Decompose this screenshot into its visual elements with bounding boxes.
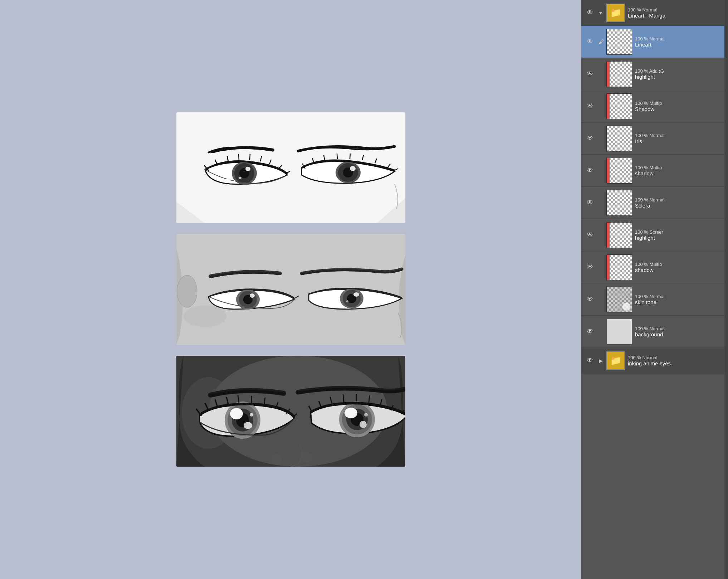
folder-bottom-name: inking anime eyes — [628, 360, 723, 366]
layer-skin-tone[interactable]: 👁 100 % Normal skin tone — [581, 283, 728, 316]
svg-point-52 — [244, 422, 252, 429]
red-bar-shadow2 — [607, 158, 610, 183]
svg-point-32 — [177, 275, 197, 307]
svg-point-70 — [364, 413, 368, 417]
visibility-icon-folder-top[interactable]: 👁 — [583, 9, 596, 16]
layer-iris[interactable]: 👁 100 % Normal Iris — [581, 122, 728, 155]
artwork-panel-2 — [176, 234, 405, 345]
folder-top-name: Lineart - Manga — [628, 13, 723, 19]
layer-shadow3[interactable]: 👁 100 % Multip shadow — [581, 251, 728, 283]
svg-point-53 — [250, 413, 253, 417]
highlight-blend: 100 % Add (G — [635, 68, 723, 74]
shadow3-name: shadow — [635, 267, 723, 273]
artwork-panel-1 — [176, 112, 405, 223]
visibility-shadow1[interactable]: 👁 — [583, 102, 596, 110]
svg-point-68 — [345, 408, 357, 418]
svg-point-51 — [230, 408, 243, 419]
svg-point-4 — [245, 167, 250, 171]
layer-folder-top[interactable]: 👁 ▼ 📁 100 % Normal Lineart - Manga — [581, 0, 728, 26]
layer-background[interactable]: 👁 100 % Normal background — [581, 316, 728, 348]
svg-line-9 — [239, 154, 239, 160]
red-bar — [607, 62, 610, 87]
layer-lineart[interactable]: 👁 🖌 100 % Normal Lineart — [581, 26, 728, 58]
thumbnail-background — [606, 319, 632, 345]
visibility-folder-bottom[interactable]: 👁 — [583, 357, 596, 364]
lineart-name: Lineart — [635, 42, 723, 48]
red-bar-screen — [607, 223, 610, 248]
svg-point-40 — [353, 292, 359, 297]
folder-top-blend: 100 % Normal — [628, 7, 723, 13]
thumbnail-highlight — [606, 61, 632, 87]
svg-point-5 — [239, 177, 241, 179]
canvas-area — [0, 0, 581, 579]
layers-panel: 👁 ▼ 📁 100 % Normal Lineart - Manga 👁 🖌 1… — [581, 0, 728, 579]
svg-point-43 — [184, 306, 226, 327]
shadow1-blend: 100 % Multip — [635, 101, 723, 106]
svg-point-36 — [250, 293, 255, 298]
shadow3-blend: 100 % Multip — [635, 262, 723, 267]
svg-line-10 — [250, 154, 250, 160]
svg-point-29 — [231, 177, 233, 180]
svg-line-74 — [343, 394, 344, 402]
layer-thumbnail-folder-top: 📁 — [606, 4, 625, 22]
shadow1-name: Shadow — [635, 106, 723, 112]
visibility-background[interactable]: 👁 — [583, 328, 596, 335]
shadow2-name: shadow — [635, 170, 723, 176]
layer-sclera[interactable]: 👁 100 % Normal Sclera — [581, 187, 728, 219]
svg-point-80 — [271, 454, 282, 465]
sclera-name: Sclera — [635, 203, 723, 209]
screen-name: highlight — [635, 235, 723, 241]
thumbnail-shadow1 — [606, 93, 632, 119]
highlight-name: highlight — [635, 74, 723, 80]
shadow2-blend: 100 % Multip — [635, 165, 723, 170]
thumbnail-shadow3 — [606, 254, 632, 280]
red-bar-shadow1 — [607, 94, 610, 119]
visibility-screen-highlight[interactable]: 👁 — [583, 231, 596, 239]
sclera-blend: 100 % Normal — [635, 197, 723, 203]
layer-shadow2[interactable]: 👁 100 % Multip shadow — [581, 155, 728, 187]
thumbnail-lineart — [606, 29, 632, 55]
svg-point-41 — [346, 300, 348, 302]
svg-point-28 — [226, 179, 230, 182]
background-blend: 100 % Normal — [635, 326, 723, 331]
visibility-lineart[interactable]: 👁 — [583, 38, 596, 45]
svg-point-18 — [350, 166, 356, 171]
visibility-shadow3[interactable]: 👁 — [583, 263, 596, 271]
layer-shadow1[interactable]: 👁 100 % Multip Shadow — [581, 90, 728, 122]
iris-blend: 100 % Normal — [635, 133, 723, 138]
visibility-shadow2[interactable]: 👁 — [583, 167, 596, 174]
iris-name: Iris — [635, 138, 723, 144]
layer-add-highlight[interactable]: 👁 100 % Add (G highlight — [581, 58, 728, 90]
folder-bottom-blend: 100 % Normal — [628, 355, 723, 360]
thumbnail-sclera — [606, 190, 632, 216]
skin-tone-blend: 100 % Normal — [635, 294, 723, 299]
svg-point-30 — [234, 180, 235, 182]
svg-point-69 — [360, 421, 367, 428]
thumbnail-shadow2 — [606, 158, 632, 184]
svg-point-81 — [302, 452, 312, 463]
skin-tone-name: skin tone — [635, 299, 723, 305]
red-bar-shadow3 — [607, 255, 610, 280]
layers-scrollbar[interactable] — [724, 0, 728, 579]
visibility-highlight[interactable]: 👁 — [583, 70, 596, 78]
thumbnail-folder-bottom: 📁 — [606, 351, 625, 370]
screen-blend: 100 % Screer — [635, 229, 723, 235]
thumbnail-screen-highlight — [606, 222, 632, 248]
lineart-blend: 100 % Normal — [635, 36, 723, 42]
svg-line-23 — [350, 154, 350, 159]
layer-folder-bottom[interactable]: 👁 ▶ 📁 100 % Normal inking anime eyes — [581, 348, 728, 374]
background-name: background — [635, 331, 723, 337]
visibility-iris[interactable]: 👁 — [583, 135, 596, 142]
svg-line-76 — [369, 395, 370, 403]
artwork-panel-3 — [176, 356, 405, 467]
visibility-skin-tone[interactable]: 👁 — [583, 296, 596, 303]
layer-screen-highlight[interactable]: 👁 100 % Screer highlight — [581, 219, 728, 251]
thumbnail-skin-tone — [606, 287, 632, 312]
visibility-sclera[interactable]: 👁 — [583, 199, 596, 206]
thumbnail-iris — [606, 126, 632, 151]
svg-line-22 — [337, 154, 337, 159]
